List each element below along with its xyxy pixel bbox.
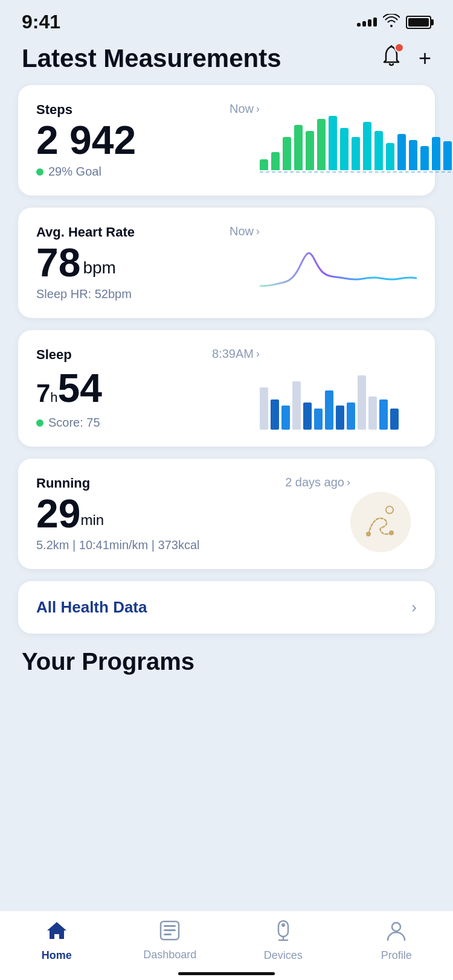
sleep-hours: 7 xyxy=(36,379,50,408)
score-indicator xyxy=(36,419,43,427)
svg-rect-22 xyxy=(281,923,285,927)
svg-rect-2 xyxy=(271,399,279,430)
battery-icon xyxy=(406,16,431,29)
nav-item-home[interactable]: Home xyxy=(0,920,114,962)
heart-rate-unit: bpm xyxy=(83,258,115,278)
svg-point-15 xyxy=(389,530,394,535)
svg-rect-20 xyxy=(164,934,172,935)
wifi-icon xyxy=(383,14,400,31)
svg-rect-8 xyxy=(336,406,344,430)
sleep-time: 8:39AM › xyxy=(212,347,260,361)
step-bar-15 xyxy=(432,137,440,170)
nav-item-devices[interactable]: Devices xyxy=(226,920,340,962)
steps-bar-chart xyxy=(260,124,453,179)
svg-rect-9 xyxy=(347,402,355,430)
all-health-title: All Health Data xyxy=(36,598,147,617)
steps-meta: 29% Goal xyxy=(36,165,260,179)
status-icons xyxy=(357,14,431,31)
sleep-meta: Score: 75 xyxy=(36,416,260,430)
step-bar-14 xyxy=(420,146,429,170)
svg-rect-12 xyxy=(379,399,388,430)
svg-rect-11 xyxy=(368,396,377,430)
step-bar-11 xyxy=(386,143,394,170)
steps-title: Steps xyxy=(36,102,72,118)
profile-icon xyxy=(386,920,406,946)
sleep-title: Sleep xyxy=(36,347,72,363)
bottom-navigation: Home Dashboard Devices xyxy=(0,911,453,980)
signal-icon xyxy=(357,18,377,27)
sleep-minutes: 54 xyxy=(58,365,102,411)
running-value: 29 xyxy=(36,494,80,533)
step-bar-7 xyxy=(340,128,349,170)
nav-item-dashboard[interactable]: Dashboard xyxy=(114,920,227,961)
svg-rect-7 xyxy=(325,390,333,430)
step-bar-5 xyxy=(317,119,326,170)
svg-point-16 xyxy=(366,532,371,536)
all-health-data-button[interactable]: All Health Data › xyxy=(18,581,435,634)
heart-rate-chevron: › xyxy=(256,225,260,238)
heart-rate-card[interactable]: Avg. Heart Rate Now › 78 bpm Sleep HR: 5… xyxy=(18,208,435,318)
sleep-card-left: Sleep 8:39AM › 7 h 54 Score: 75 xyxy=(36,347,260,430)
svg-rect-1 xyxy=(260,387,268,430)
step-bar-12 xyxy=(397,134,406,170)
dashboard-icon xyxy=(159,920,180,945)
status-time: 9:41 xyxy=(22,11,60,33)
svg-rect-18 xyxy=(164,925,176,927)
all-health-chevron: › xyxy=(411,598,417,617)
cards-container: Steps Now › 2 942 29% Goal xyxy=(0,85,453,634)
sleep-svg xyxy=(260,369,405,430)
steps-chevron: › xyxy=(256,103,260,115)
svg-point-25 xyxy=(392,923,400,931)
svg-rect-3 xyxy=(281,406,290,430)
svg-rect-19 xyxy=(164,929,176,931)
devices-icon xyxy=(273,920,294,946)
step-bar-1 xyxy=(271,152,280,170)
nav-item-profile[interactable]: Profile xyxy=(340,920,454,962)
page-title: Latest Measurements xyxy=(22,44,281,73)
running-meta: 5.2km | 10:41min/km | 373kcal xyxy=(36,538,350,552)
running-card[interactable]: Running 2 days ago › 29 min 5.2km | 10:4… xyxy=(18,459,435,569)
heart-rate-chart xyxy=(260,241,417,301)
sleep-card[interactable]: Sleep 8:39AM › 7 h 54 Score: 75 xyxy=(18,330,435,447)
running-unit: min xyxy=(80,512,104,529)
svg-rect-4 xyxy=(292,381,301,430)
devices-nav-label: Devices xyxy=(264,949,303,962)
running-route-icon xyxy=(362,504,399,540)
svg-rect-6 xyxy=(314,409,323,430)
sleep-chevron: › xyxy=(256,348,260,360)
step-bar-4 xyxy=(306,131,314,170)
running-icon xyxy=(350,492,411,552)
step-bar-16 xyxy=(443,141,452,170)
steps-card-left: Steps Now › 2 942 29% Goal xyxy=(36,102,260,179)
step-bar-0 xyxy=(260,159,268,170)
step-bar-6 xyxy=(329,116,337,170)
your-programs-title: Your Programs xyxy=(0,634,453,681)
sleep-value-row: 7 h 54 xyxy=(36,365,260,411)
step-bar-10 xyxy=(374,131,383,170)
page-header: Latest Measurements + xyxy=(0,39,453,85)
goal-indicator xyxy=(36,168,43,176)
sleep-chart xyxy=(260,369,417,430)
svg-rect-13 xyxy=(390,409,399,430)
sleep-h-label: h xyxy=(50,390,57,406)
steps-card[interactable]: Steps Now › 2 942 29% Goal xyxy=(18,85,435,196)
svg-rect-21 xyxy=(278,921,288,937)
running-card-left: Running 2 days ago › 29 min 5.2km | 10:4… xyxy=(36,476,350,552)
steps-time: Now › xyxy=(230,102,260,116)
add-button[interactable]: + xyxy=(419,46,431,71)
running-title: Running xyxy=(36,476,90,491)
dashboard-nav-label: Dashboard xyxy=(143,949,196,961)
status-bar: 9:41 xyxy=(0,0,453,39)
home-nav-label: Home xyxy=(42,949,72,962)
svg-rect-5 xyxy=(303,402,312,430)
heart-rate-title: Avg. Heart Rate xyxy=(36,224,135,240)
svg-point-14 xyxy=(386,506,393,514)
heart-rate-meta: Sleep HR: 52bpm xyxy=(36,287,260,301)
svg-rect-10 xyxy=(358,375,366,430)
profile-nav-label: Profile xyxy=(381,949,412,962)
notifications-button[interactable] xyxy=(381,45,402,72)
step-bar-3 xyxy=(294,125,303,170)
step-bar-8 xyxy=(352,137,360,170)
heart-rate-value: 78 xyxy=(36,243,80,282)
notification-badge xyxy=(394,43,404,52)
